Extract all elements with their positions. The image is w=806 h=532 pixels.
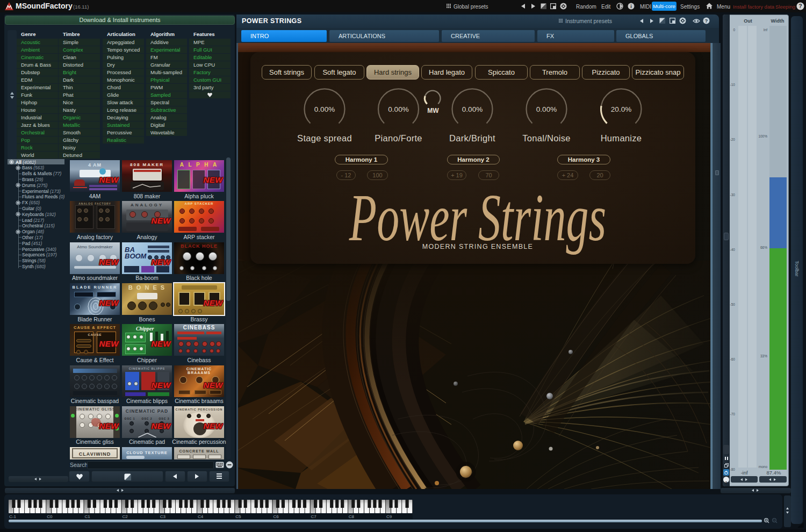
svg-text:C7: C7 bbox=[311, 514, 317, 519]
svg-text:C3: C3 bbox=[160, 514, 166, 519]
svg-text:C0: C0 bbox=[47, 514, 53, 519]
svg-text:?: ? bbox=[798, 3, 802, 9]
svg-text:C5: C5 bbox=[235, 514, 241, 519]
svg-text:C9: C9 bbox=[386, 514, 392, 519]
svg-text:C1: C1 bbox=[84, 514, 90, 519]
svg-text:C8: C8 bbox=[349, 514, 355, 519]
svg-text:C4: C4 bbox=[198, 514, 204, 519]
svg-text:i: i bbox=[630, 4, 632, 9]
svg-text:C6: C6 bbox=[273, 514, 279, 519]
svg-text:?: ? bbox=[705, 18, 708, 24]
svg-text:C-1: C-1 bbox=[9, 514, 16, 519]
svg-text:C2: C2 bbox=[123, 514, 128, 519]
